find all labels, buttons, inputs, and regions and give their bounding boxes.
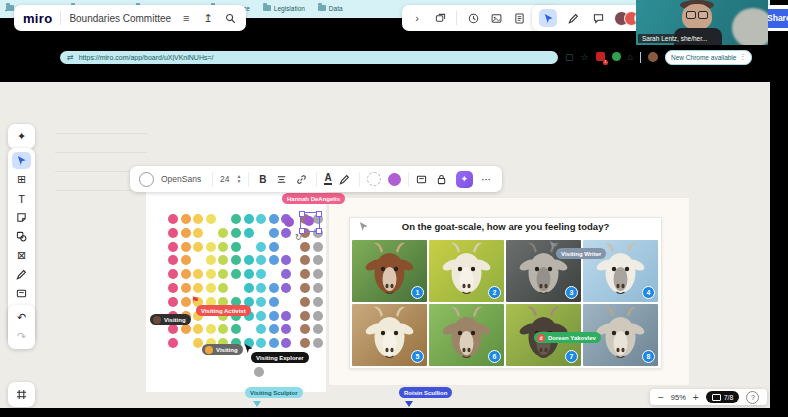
frame-style-button[interactable] [416, 174, 429, 185]
shapes-tool[interactable] [12, 228, 31, 245]
upload-tool[interactable]: ⊠ [12, 247, 31, 264]
bookmark-folder[interactable]: Legislation [263, 5, 305, 12]
grid-dot[interactable] [256, 242, 266, 252]
fill-color-button[interactable] [388, 173, 401, 186]
grid-dot[interactable] [181, 255, 191, 265]
ai-assist-tool[interactable]: ✦ [12, 128, 31, 145]
grid-dot[interactable] [269, 311, 279, 321]
zoom-in-button[interactable]: + [693, 392, 699, 403]
address-bar[interactable]: ⇄ https://miro.com/app/board/uXjVKnlNUHs… [60, 51, 558, 64]
export-icon[interactable]: ↥ [201, 11, 215, 25]
rotate-handle-icon[interactable]: ↻ [295, 233, 302, 242]
board-menu-icon[interactable]: ≡ [179, 11, 193, 25]
search-icon[interactable] [223, 11, 237, 25]
pen-tool[interactable] [12, 266, 31, 283]
grid-dot[interactable] [168, 214, 178, 224]
grid-dot[interactable] [244, 297, 254, 307]
image-icon[interactable] [489, 11, 503, 25]
extensions-puzzle-icon[interactable]: ⌂ [628, 52, 633, 62]
grid-dot[interactable] [193, 228, 203, 238]
grid-dot[interactable] [193, 242, 203, 252]
zoom-out-button[interactable]: − [658, 392, 664, 403]
grid-dot[interactable] [244, 214, 254, 224]
grid-dot[interactable] [168, 283, 178, 293]
select-tool[interactable] [12, 152, 31, 169]
zoom-level[interactable]: 95% [671, 393, 686, 402]
templates-tool[interactable]: ⊞ [12, 171, 31, 188]
grid-dot[interactable] [269, 283, 279, 293]
selection-handle[interactable] [299, 211, 305, 217]
grid-dot[interactable] [181, 242, 191, 252]
card-tool[interactable] [12, 285, 31, 302]
grid-dot[interactable] [231, 242, 241, 252]
grid-dot[interactable] [281, 311, 291, 321]
grid-dot[interactable] [244, 283, 254, 293]
grid-dot[interactable] [269, 338, 279, 348]
profile-avatar[interactable] [648, 52, 658, 62]
grid-dot[interactable] [206, 214, 216, 224]
grid-dot[interactable] [269, 297, 279, 307]
bookmark-star-icon[interactable]: ☆ [581, 52, 589, 62]
grid-dot[interactable] [181, 324, 191, 334]
bookmark-folder[interactable]: Data [318, 5, 343, 12]
grid-dot[interactable] [300, 283, 310, 293]
link-button[interactable] [296, 174, 309, 185]
grid-dot[interactable] [181, 297, 191, 307]
lock-button[interactable] [436, 174, 449, 185]
redo-button[interactable]: ↷ [12, 328, 31, 345]
extension-icon-red[interactable]: 1 [596, 52, 605, 63]
grid-dot[interactable] [206, 269, 216, 279]
grid-dot[interactable] [181, 311, 191, 321]
miro-logo[interactable]: miro [23, 11, 52, 26]
goat-image[interactable]: 8 [583, 304, 658, 366]
site-settings-icon[interactable]: ⇄ [67, 53, 74, 62]
loose-dot[interactable] [254, 367, 264, 377]
highlight-pen-button[interactable] [339, 174, 352, 185]
grid-dot[interactable] [218, 311, 228, 321]
goat-image[interactable]: 5 [352, 304, 427, 366]
font-size-value[interactable]: 24 [220, 174, 229, 184]
grid-dot[interactable] [256, 311, 266, 321]
sticky-note-tool[interactable] [12, 209, 31, 226]
grid-dot[interactable] [193, 297, 203, 307]
grid-dot[interactable] [168, 228, 178, 238]
ai-sparkle-button[interactable]: ✦ [456, 171, 473, 188]
align-button[interactable] [276, 174, 289, 185]
selected-dot[interactable] [304, 216, 314, 226]
cursor-mode-button[interactable] [539, 9, 557, 27]
goat-image[interactable]: 4 [583, 240, 658, 302]
font-family-select[interactable]: OpenSans [161, 174, 205, 184]
grid-dot[interactable] [181, 283, 191, 293]
grid-dot[interactable] [313, 269, 323, 279]
more-options-icon[interactable]: ⋯ [480, 174, 493, 185]
grid-dot[interactable] [206, 283, 216, 293]
grid-dot[interactable] [269, 214, 279, 224]
help-button[interactable]: ? [746, 391, 759, 404]
grid-dot[interactable] [231, 311, 241, 321]
grid-dot[interactable] [206, 338, 216, 348]
frames-panel-button[interactable] [12, 386, 31, 403]
grid-dot[interactable] [231, 228, 241, 238]
grid-dot[interactable] [218, 242, 228, 252]
grid-dot[interactable] [206, 297, 216, 307]
grid-dot[interactable] [313, 324, 323, 334]
comments-button[interactable] [589, 9, 607, 27]
loose-dot[interactable] [284, 217, 294, 227]
grid-dot[interactable] [244, 311, 254, 321]
grid-dot[interactable] [269, 242, 279, 252]
notes-icon[interactable] [512, 11, 526, 25]
grid-dot[interactable] [313, 242, 323, 252]
grid-dot[interactable] [244, 338, 254, 348]
grid-dot[interactable] [181, 269, 191, 279]
save-page-icon[interactable]: ▢ [565, 52, 574, 62]
grid-dot[interactable] [193, 311, 203, 321]
grid-dot[interactable] [300, 297, 310, 307]
goat-image[interactable]: 1 [352, 240, 427, 302]
grid-dot[interactable] [313, 255, 323, 265]
frame-counter-pill[interactable]: 7/8 [706, 391, 740, 403]
grid-dot[interactable] [300, 311, 310, 321]
kebab-menu-icon[interactable]: ⋮ [739, 53, 746, 61]
grid-dot[interactable] [313, 297, 323, 307]
grid-dot[interactable] [231, 214, 241, 224]
grid-dot[interactable] [300, 242, 310, 252]
